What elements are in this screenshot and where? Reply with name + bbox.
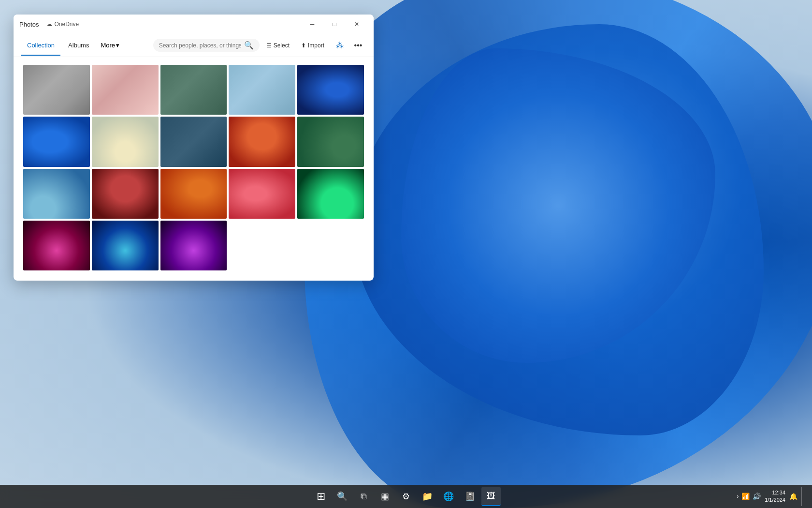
- onenote-icon: 📓: [464, 491, 475, 502]
- photo-item[interactable]: [229, 117, 295, 166]
- onedrive-label: OneDrive: [54, 21, 79, 28]
- tab-collection[interactable]: Collection: [21, 39, 60, 52]
- app-title: Photos: [19, 21, 39, 28]
- toolbar-right: ☰ Select ⬆ Import ⁂ •••: [261, 38, 366, 53]
- photo-item[interactable]: [297, 169, 364, 219]
- more-options-button[interactable]: •••: [350, 38, 366, 53]
- photo-item[interactable]: [160, 169, 227, 219]
- chevron-icon[interactable]: ›: [737, 493, 739, 500]
- import-icon: ⬆: [301, 42, 306, 49]
- photo-item[interactable]: [297, 117, 364, 166]
- widgets-button[interactable]: ▦: [375, 487, 394, 506]
- system-tray-icons: › 📶 🔊: [737, 493, 761, 500]
- photo-item[interactable]: [23, 117, 90, 166]
- clock-date: 1/1/2024: [765, 496, 785, 504]
- photo-item[interactable]: [92, 169, 159, 219]
- select-icon: ☰: [266, 42, 272, 49]
- photo-item[interactable]: [229, 169, 295, 219]
- taskbar-right: › 📶 🔊 12:34 1/1/2024 🔔: [737, 487, 804, 506]
- minimize-button[interactable]: ─: [301, 16, 323, 32]
- title-bar-left: Photos ☁ OneDrive: [19, 21, 301, 28]
- photo-item[interactable]: [23, 65, 90, 115]
- photo-item[interactable]: [229, 65, 295, 115]
- network-icon[interactable]: 📶: [741, 493, 750, 500]
- photo-grid: [23, 65, 364, 270]
- title-bar: Photos ☁ OneDrive ─ □ ✕: [14, 15, 374, 34]
- cloud-icon: ☁: [46, 21, 52, 28]
- photo-item[interactable]: [92, 221, 159, 270]
- photo-item[interactable]: [297, 65, 364, 115]
- widgets-icon: ▦: [381, 491, 389, 502]
- photo-item[interactable]: [160, 65, 227, 115]
- photos-icon: 🖼: [487, 491, 495, 501]
- nav-more-button[interactable]: More ▾: [97, 39, 123, 52]
- tab-albums[interactable]: Albums: [62, 39, 95, 52]
- notification-icon[interactable]: 🔔: [789, 493, 798, 500]
- task-view-button[interactable]: ⧉: [354, 487, 373, 506]
- photo-item[interactable]: [23, 169, 90, 219]
- start-button[interactable]: ⊞: [311, 487, 331, 506]
- maximize-button[interactable]: □: [323, 16, 346, 32]
- settings-taskbar-icon[interactable]: ⚙: [396, 487, 416, 506]
- volume-icon[interactable]: 🔊: [753, 493, 761, 500]
- search-input[interactable]: [159, 42, 241, 49]
- taskbar-clock[interactable]: 12:34 1/1/2024: [765, 489, 785, 504]
- search-button[interactable]: 🔍: [333, 487, 352, 506]
- onenote-taskbar-icon[interactable]: 📓: [460, 487, 479, 506]
- search-icon: 🔍: [244, 41, 254, 50]
- folder-icon: 📁: [422, 491, 433, 502]
- photo-item[interactable]: [23, 221, 90, 270]
- select-button[interactable]: ☰ Select: [261, 40, 294, 51]
- taskbar-search-icon: 🔍: [337, 491, 348, 502]
- title-bar-controls: ─ □ ✕: [301, 16, 368, 32]
- edge-icon: 🌐: [443, 491, 454, 502]
- start-icon: ⊞: [317, 490, 325, 503]
- shuffle-icon-button[interactable]: ⁂: [331, 38, 348, 52]
- photo-item[interactable]: [92, 65, 159, 115]
- photo-item[interactable]: [92, 117, 159, 166]
- close-button[interactable]: ✕: [346, 16, 368, 32]
- search-box: 🔍: [153, 39, 260, 52]
- nav-bar: Collection Albums More ▾ 🔍 ☰ Select ⬆ Im…: [14, 34, 374, 57]
- task-view-icon: ⧉: [361, 492, 367, 502]
- chevron-down-icon: ▾: [116, 42, 119, 49]
- settings-icon: ⚙: [402, 491, 410, 502]
- photo-grid-container: [14, 57, 374, 281]
- photo-item[interactable]: [160, 221, 227, 270]
- onedrive-badge: ☁ OneDrive: [46, 21, 79, 28]
- photos-window: Photos ☁ OneDrive ─ □ ✕ Collection Album…: [14, 15, 374, 281]
- import-button[interactable]: ⬆ Import: [296, 40, 329, 51]
- edge-taskbar-icon[interactable]: 🌐: [439, 487, 458, 506]
- taskbar-center: ⊞ 🔍 ⧉ ▦ ⚙ 📁 🌐 📓 🖼: [311, 487, 501, 506]
- show-desktop-button[interactable]: [801, 487, 804, 506]
- clock-time: 12:34: [765, 489, 785, 496]
- explorer-taskbar-icon[interactable]: 📁: [418, 487, 437, 506]
- photos-taskbar-icon[interactable]: 🖼: [481, 487, 501, 506]
- photo-item[interactable]: [160, 117, 227, 166]
- taskbar: ⊞ 🔍 ⧉ ▦ ⚙ 📁 🌐 📓 🖼 › 📶 🔊: [0, 485, 812, 508]
